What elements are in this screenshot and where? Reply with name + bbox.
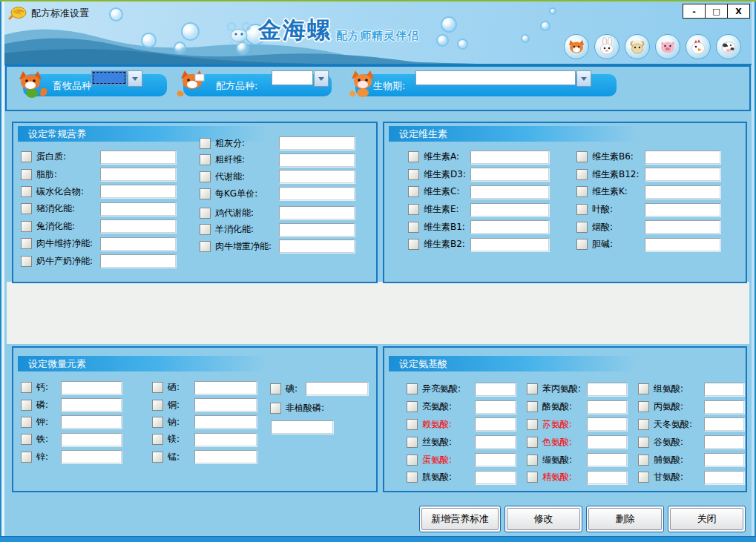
field-input[interactable] (470, 203, 549, 217)
checkbox[interactable] (407, 401, 418, 412)
field-input[interactable] (645, 203, 720, 217)
field-input[interactable] (645, 185, 720, 199)
field-input[interactable] (470, 151, 549, 164)
field-input[interactable] (475, 400, 516, 414)
checkbox[interactable] (408, 239, 419, 250)
field-input[interactable] (100, 202, 176, 216)
checkbox[interactable] (200, 224, 211, 235)
field-input[interactable] (587, 400, 627, 414)
field-input[interactable] (100, 219, 176, 233)
checkbox[interactable] (270, 383, 281, 394)
checkbox[interactable] (527, 383, 538, 394)
field-input[interactable] (475, 435, 516, 449)
field-input[interactable] (194, 381, 257, 394)
checkbox[interactable] (576, 169, 588, 180)
checkbox[interactable] (407, 455, 418, 466)
minimize-button[interactable]: - (683, 4, 706, 19)
field-input[interactable] (704, 383, 744, 396)
chevron-down-icon[interactable] (128, 70, 142, 87)
field-input[interactable] (475, 453, 516, 466)
field-input[interactable] (279, 223, 355, 237)
checkbox[interactable] (21, 382, 32, 393)
field-input[interactable] (645, 220, 720, 234)
field-input[interactable] (194, 415, 257, 429)
checkbox[interactable] (21, 434, 32, 445)
checkbox[interactable] (527, 419, 538, 430)
close-button[interactable]: 关闭 (670, 508, 743, 530)
livestock-type-value[interactable] (91, 70, 127, 85)
checkbox[interactable] (407, 383, 418, 394)
checkbox[interactable] (21, 221, 32, 232)
field-input[interactable] (61, 450, 122, 463)
field-input[interactable] (587, 453, 627, 466)
field-input[interactable] (271, 420, 333, 434)
field-input[interactable] (100, 151, 176, 164)
modify-button[interactable]: 修改 (507, 508, 580, 530)
field-input[interactable] (279, 153, 355, 167)
checkbox[interactable] (200, 138, 211, 149)
field-input[interactable] (470, 185, 549, 199)
checkbox[interactable] (527, 472, 538, 483)
field-input[interactable] (61, 381, 122, 394)
checkbox[interactable] (638, 401, 649, 412)
checkbox[interactable] (21, 417, 32, 428)
checkbox[interactable] (638, 383, 649, 394)
formula-type-value[interactable] (272, 70, 313, 85)
field-input[interactable] (645, 168, 720, 181)
checkbox[interactable] (21, 400, 32, 411)
field-input[interactable] (279, 170, 355, 183)
checkbox[interactable] (638, 472, 649, 483)
field-input[interactable] (100, 254, 176, 268)
checkbox[interactable] (576, 239, 588, 250)
checkbox[interactable] (152, 452, 163, 463)
checkbox[interactable] (576, 222, 588, 233)
field-input[interactable] (704, 471, 744, 484)
checkbox[interactable] (200, 188, 211, 199)
checkbox[interactable] (408, 186, 419, 197)
checkbox[interactable] (527, 455, 538, 466)
field-input[interactable] (279, 239, 355, 253)
field-input[interactable] (194, 433, 257, 446)
field-input[interactable] (279, 187, 355, 200)
field-input[interactable] (100, 237, 176, 251)
checkbox[interactable] (21, 169, 32, 180)
checkbox[interactable] (576, 151, 588, 162)
checkbox[interactable] (152, 400, 163, 411)
field-input[interactable] (470, 220, 549, 234)
checkbox[interactable] (527, 437, 538, 448)
field-input[interactable] (100, 185, 176, 198)
checkbox[interactable] (576, 186, 588, 197)
checkbox[interactable] (21, 186, 32, 197)
field-input[interactable] (704, 435, 744, 449)
field-input[interactable] (645, 151, 720, 164)
checkbox[interactable] (21, 256, 32, 267)
field-input[interactable] (194, 398, 257, 412)
field-input[interactable] (475, 417, 516, 431)
field-input[interactable] (587, 471, 627, 484)
checkbox[interactable] (200, 171, 211, 182)
field-input[interactable] (100, 168, 176, 181)
checkbox[interactable] (408, 204, 419, 215)
checkbox[interactable] (407, 437, 418, 448)
maximize-button[interactable]: □ (706, 4, 728, 19)
field-input[interactable] (587, 417, 627, 431)
field-input[interactable] (704, 400, 744, 414)
field-input[interactable] (475, 471, 516, 484)
field-input[interactable] (587, 383, 627, 396)
checkbox[interactable] (270, 403, 281, 414)
checkbox[interactable] (200, 208, 211, 219)
field-input[interactable] (470, 168, 549, 181)
field-input[interactable] (587, 435, 627, 449)
checkbox[interactable] (21, 203, 32, 214)
field-input[interactable] (61, 433, 122, 446)
field-input[interactable] (279, 206, 355, 219)
checkbox[interactable] (200, 154, 211, 165)
add-nutrition-standard-button[interactable]: 新增营养标准 (421, 508, 499, 530)
field-input[interactable] (61, 398, 122, 412)
field-input[interactable] (61, 415, 122, 429)
checkbox[interactable] (408, 151, 419, 162)
checkbox[interactable] (407, 472, 418, 483)
field-input[interactable] (306, 382, 368, 395)
field-input[interactable] (279, 136, 355, 150)
checkbox[interactable] (200, 241, 211, 252)
